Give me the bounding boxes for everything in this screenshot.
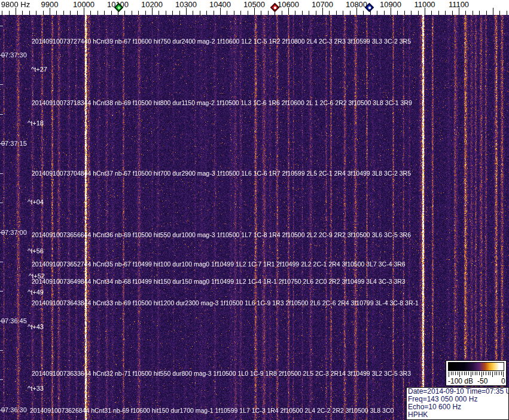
ruler-frequency-label: 10600 <box>278 0 299 9</box>
ruler-minor-tick <box>104 11 105 15</box>
ruler-major-tick <box>493 8 493 15</box>
time-axis-minor-tick <box>0 173 3 174</box>
colormap-gradient-bar <box>448 362 504 371</box>
ruler-minor-tick <box>397 11 398 15</box>
detection-log-line: 20140910073727440 hCnt39 nb-67 f10600 hi… <box>32 38 411 45</box>
ruler-minor-tick <box>227 11 227 15</box>
spectrogram-canvas[interactable] <box>0 15 509 420</box>
ruler-minor-tick <box>22 11 23 15</box>
ruler-minor-tick <box>377 11 377 15</box>
ruler-minor-tick <box>132 11 132 15</box>
ruler-minor-tick <box>282 11 282 15</box>
marker-green-diamond-center <box>118 7 120 9</box>
ruler-minor-tick <box>336 11 337 15</box>
detection-log-line: 20140910073633644 hCnt32 nb-71 f10500 hi… <box>32 370 411 377</box>
ruler-minor-tick <box>261 11 261 15</box>
ruler-minor-tick <box>431 11 432 15</box>
detection-log-line: 20140910073652744 hCnt35 nb-67 f10499 hi… <box>32 260 406 268</box>
ruler-minor-tick <box>97 11 98 15</box>
ruler-minor-tick <box>350 11 350 15</box>
db-scale-tick <box>471 372 471 377</box>
db-scale-tick <box>501 372 502 375</box>
db-scale-tick <box>468 372 469 375</box>
elapsed-time-marker: ^t+18 <box>28 119 44 127</box>
ruler-minor-tick <box>302 11 303 15</box>
ruler-minor-tick <box>9 11 10 15</box>
db-scale-tick <box>499 372 499 375</box>
ruler-minor-tick <box>206 11 207 15</box>
detection-log-line: 20140910073718344 hCnt38 nb-69 f10500 hi… <box>32 99 412 106</box>
detection-log-line: 20140910073643844 hCnt33 nb-69 f10500 hi… <box>32 299 419 306</box>
ruler-minor-tick <box>268 11 269 15</box>
db-scale-tick <box>464 372 465 375</box>
marker-red-diamond[interactable] <box>270 2 281 13</box>
ruler-minor-tick <box>29 11 30 15</box>
db-scale-tick <box>453 372 453 375</box>
marker-blue-diamond[interactable] <box>364 2 375 13</box>
ruler-frequency-label: 10000 <box>73 0 95 9</box>
ruler-minor-tick <box>138 11 139 15</box>
ruler-minor-tick <box>77 11 78 15</box>
ruler-minor-tick <box>363 11 364 15</box>
db-scale-tick <box>477 372 477 375</box>
meteor-echo-monitor-window: 9800 Hz990010000101001020010300104001050… <box>0 0 509 420</box>
detection-log-line: 20140910073626844 hCnt31 nb-69 f10600 hi… <box>30 407 394 414</box>
ruler-frequency-label: 10700 <box>312 0 333 9</box>
detection-log-line: 20140910073656644 hCnt36 nb-69 f10500 hi… <box>32 231 411 238</box>
marker-red-diamond-center <box>274 7 276 9</box>
ruler-frequency-label: 10200 <box>141 0 163 9</box>
ruler-minor-tick <box>159 11 159 15</box>
ruler-minor-tick <box>384 11 385 15</box>
ruler-frequency-label: 10300 <box>175 0 197 9</box>
db-scale-tick <box>451 372 452 375</box>
detection-log-line: 20140910073649844 hCnt34 nb-68 f10499 hi… <box>32 278 406 285</box>
time-axis-major-tick <box>0 321 5 321</box>
ruler-frequency-label: 9800 Hz <box>1 0 30 9</box>
elapsed-time-marker: ^t+04 <box>28 198 44 206</box>
ruler-minor-tick <box>193 11 193 15</box>
ruler-minor-tick <box>295 11 295 15</box>
ruler-minor-tick <box>145 11 146 15</box>
ruler-minor-tick <box>214 11 214 15</box>
ruler-frequency-label: 10400 <box>209 0 231 9</box>
time-axis-minor-tick <box>0 203 3 203</box>
db-scale-tick <box>475 372 476 375</box>
ruler-minor-tick <box>240 11 241 15</box>
ruler-minor-tick <box>2 11 2 15</box>
elapsed-time-marker: ^t+43 <box>28 323 44 330</box>
ruler-minor-tick <box>70 11 71 15</box>
ruler-minor-tick <box>411 11 412 15</box>
db-scale-tick <box>503 372 504 377</box>
ruler-minor-tick <box>465 11 466 15</box>
db-scale-tick <box>490 372 490 375</box>
marker-blue-diamond-center <box>368 7 371 9</box>
db-scale-tick <box>462 372 462 375</box>
db-scale-tick <box>483 372 484 375</box>
frequency-ruler: 9800 Hz990010000101001020010300104001050… <box>0 0 509 15</box>
db-scale-max-label: 0 <box>501 377 505 385</box>
marker-green-diamond[interactable] <box>114 2 124 13</box>
observation-info-box: Date=2014-09-10 Time=07:35 UTC Freq=143 … <box>406 387 509 420</box>
ruler-minor-tick <box>111 11 112 15</box>
elapsed-time-marker: ^t+27 <box>31 66 47 73</box>
ruler-minor-tick <box>90 11 91 15</box>
detection-log-line: 20140910073704844 hCnt37 nb-67 f10500 hi… <box>32 170 411 177</box>
ruler-minor-tick <box>36 11 36 15</box>
db-scale-tick <box>455 372 456 375</box>
ruler-frequency-label: 11100 <box>449 0 469 9</box>
ruler-minor-tick <box>309 11 309 15</box>
db-scale-tick <box>492 372 493 377</box>
time-axis-major-tick <box>0 232 5 233</box>
ruler-minor-tick <box>438 11 439 15</box>
ruler-minor-tick <box>316 11 316 15</box>
elapsed-time-marker: ^t+33 <box>28 385 44 392</box>
time-axis-minor-tick <box>0 379 3 380</box>
ruler-minor-tick <box>452 11 453 15</box>
ruler-minor-tick <box>329 11 330 15</box>
db-color-scale: -100 dB -50 0 <box>446 360 507 386</box>
db-scale-tick <box>495 372 495 375</box>
ruler-minor-tick <box>404 11 405 15</box>
db-scale-tick <box>449 372 449 377</box>
db-scale-tick <box>473 372 473 375</box>
ruler-minor-tick <box>486 11 487 15</box>
